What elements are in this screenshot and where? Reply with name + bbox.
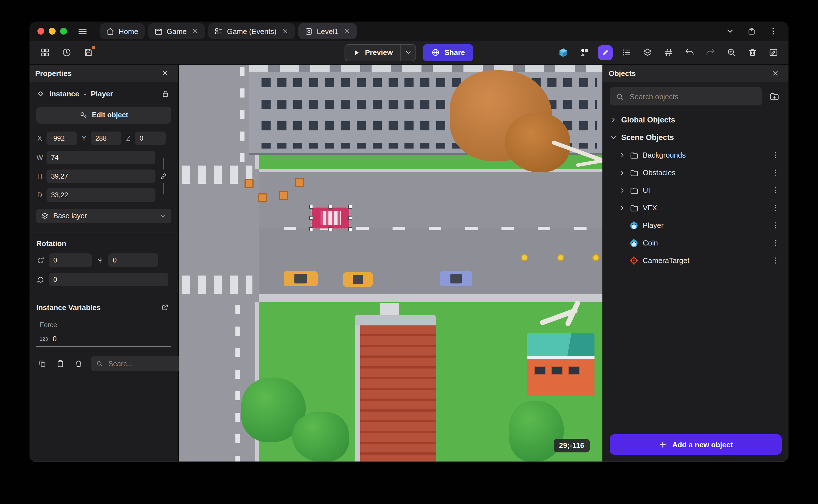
selection-handle-ne[interactable]: [348, 205, 352, 209]
variable-name[interactable]: Force: [36, 319, 171, 332]
selection-handle-sw[interactable]: [309, 227, 313, 231]
selection-handle-n[interactable]: [328, 205, 332, 209]
layer-select[interactable]: Base layer: [36, 209, 171, 223]
object-coin[interactable]: Coin: [603, 234, 789, 252]
rotation-z-input[interactable]: [49, 273, 168, 286]
edit-panel-icon: [768, 48, 778, 57]
globe-icon: [432, 48, 440, 57]
objects-search-row: [603, 82, 789, 111]
object-cameratarget[interactable]: CameraTarget: [603, 252, 789, 269]
preview-options-caret[interactable]: [400, 45, 416, 60]
selected-player-car-instance[interactable]: [312, 207, 349, 228]
width-input[interactable]: [46, 151, 155, 164]
close-properties-button[interactable]: [158, 66, 172, 81]
selection-pencil-tool-button[interactable]: [598, 45, 613, 60]
folder-options-button[interactable]: [768, 148, 783, 162]
depth-input[interactable]: [46, 188, 155, 202]
delete-variable-button[interactable]: [73, 358, 84, 369]
y-input[interactable]: [91, 132, 121, 145]
lock-instance-button[interactable]: [159, 87, 171, 100]
folder-options-button[interactable]: [768, 165, 783, 180]
close-tab-button[interactable]: [344, 28, 350, 35]
toolbar-right: [556, 45, 781, 60]
object-options-button[interactable]: [768, 218, 783, 233]
more-options-button[interactable]: [766, 24, 781, 39]
car-window: [451, 274, 462, 283]
chevron-down-icon: [726, 27, 735, 36]
x-input[interactable]: [46, 132, 77, 145]
objects-editor-button[interactable]: [577, 45, 592, 60]
close-tab-button[interactable]: [192, 28, 198, 35]
object-label: Coin: [643, 239, 658, 247]
zoom-in-button[interactable]: [724, 45, 739, 60]
kebab-icon: [771, 186, 780, 194]
grid-toggle-button[interactable]: [661, 45, 676, 60]
main-menu-button[interactable]: [75, 24, 90, 39]
save-button[interactable]: [81, 45, 95, 60]
group-global-objects[interactable]: Global Objects: [603, 111, 789, 129]
tab-home[interactable]: Home: [100, 23, 144, 39]
folder-options-button[interactable]: [768, 183, 783, 198]
selection-handle-nw[interactable]: [309, 205, 313, 209]
selection-handle-w[interactable]: [309, 216, 313, 220]
open-variables-editor-button[interactable]: [159, 301, 171, 314]
window-controls: [37, 28, 67, 35]
selection-handle-s[interactable]: [328, 227, 332, 231]
edit-badge-icon: [79, 111, 87, 119]
close-objects-button[interactable]: [768, 66, 783, 81]
history-button[interactable]: [59, 45, 74, 60]
undo-button[interactable]: [682, 45, 697, 60]
tab-game-events[interactable]: Game (Events): [208, 23, 295, 39]
paste-variable-button[interactable]: [54, 358, 66, 369]
selection-handle-e[interactable]: [348, 216, 352, 220]
scene-canvas[interactable]: 29;-116: [179, 65, 603, 461]
variable-value[interactable]: 0: [53, 335, 57, 343]
height-input[interactable]: [46, 170, 155, 183]
folder-obstacles[interactable]: Obstacles: [603, 164, 789, 181]
zoom-window-button[interactable]: [60, 28, 67, 35]
layer-value: Base layer: [53, 212, 87, 220]
object-options-button[interactable]: [768, 236, 783, 250]
object-player[interactable]: Player: [603, 217, 789, 234]
collapse-button[interactable]: [723, 24, 737, 39]
extensions-button[interactable]: [744, 24, 759, 39]
rotate-y-icon: [96, 256, 104, 264]
selection-handle-se[interactable]: [348, 227, 352, 231]
redo-button[interactable]: [703, 45, 718, 60]
edit-object-button[interactable]: Edit object: [36, 107, 171, 124]
copy-variable-button[interactable]: [36, 358, 48, 369]
folder-options-button[interactable]: [768, 200, 783, 215]
minimize-window-button[interactable]: [49, 28, 56, 35]
scene-icon: [304, 27, 313, 35]
object-options-button[interactable]: [768, 253, 783, 268]
new-folder-button[interactable]: [767, 89, 782, 104]
delete-button[interactable]: [745, 45, 760, 60]
project-manager-button[interactable]: [37, 45, 52, 60]
car-window: [294, 274, 306, 283]
z-input[interactable]: [135, 132, 166, 145]
variable-value-row[interactable]: 123 0: [36, 332, 171, 347]
close-window-button[interactable]: [37, 28, 44, 35]
add-object-button[interactable]: Add a new object: [610, 434, 782, 455]
preview-button[interactable]: Preview: [344, 44, 416, 61]
folder-ui[interactable]: UI: [603, 181, 789, 199]
green-tree: [292, 412, 349, 461]
layers-panel-button[interactable]: [640, 45, 655, 60]
rotation-x-input[interactable]: [49, 253, 92, 267]
objects-search-input[interactable]: [629, 92, 757, 101]
kebab-icon: [771, 221, 780, 230]
share-button[interactable]: Share: [423, 44, 474, 61]
close-tab-button[interactable]: [282, 28, 288, 35]
rotation-y-input[interactable]: [108, 253, 158, 267]
folder-backgrounds[interactable]: Backgrounds: [603, 146, 789, 164]
instances-list-button[interactable]: [619, 45, 634, 60]
scene-properties-button[interactable]: [766, 45, 781, 60]
toggle-3d-view-button[interactable]: [556, 45, 571, 60]
objects-header: Objects: [603, 65, 789, 82]
tab-game[interactable]: Game: [148, 23, 205, 39]
keep-ratio-button[interactable]: [158, 171, 169, 182]
group-scene-objects[interactable]: Scene Objects: [603, 129, 789, 146]
close-icon: [772, 69, 779, 77]
folder-vfx[interactable]: VFX: [603, 199, 789, 217]
tab-level1[interactable]: Level1: [298, 23, 357, 39]
